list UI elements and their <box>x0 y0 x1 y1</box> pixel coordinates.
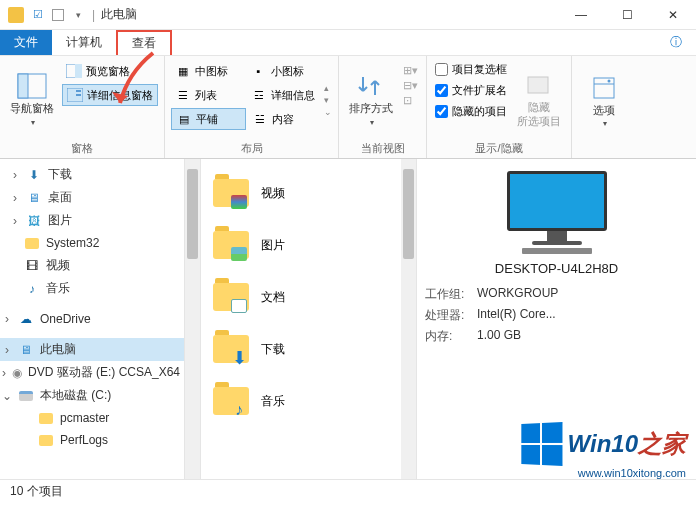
sidebar-scrollbar[interactable] <box>185 159 201 479</box>
pictures-icon: 🖼 <box>26 213 42 229</box>
hide-icon <box>523 71 555 99</box>
svg-rect-1 <box>18 74 28 98</box>
ribbon-group-show-hide: 项目复选框 文件扩展名 隐藏的项目 隐藏 所选项目 显示/隐藏 <box>427 56 572 158</box>
tiles-button[interactable]: ▤平铺 <box>171 108 246 130</box>
music-icon: ♪ <box>24 281 40 297</box>
picture-badge-icon <box>231 247 247 261</box>
list-item[interactable]: 图片 <box>205 219 397 271</box>
medium-icons-icon: ▦ <box>175 63 191 79</box>
folder-icon <box>39 435 53 446</box>
sidebar-item-videos[interactable]: 🎞视频 <box>0 254 184 277</box>
tiles-icon: ▤ <box>176 111 192 127</box>
layout-scroll-up[interactable]: ▴ <box>324 83 332 93</box>
chevron-down-icon: ▾ <box>31 118 35 127</box>
sidebar-item-music[interactable]: ♪音乐 <box>0 277 184 300</box>
sidebar-item-pictures[interactable]: ›🖼图片 <box>0 209 184 232</box>
disk-icon <box>19 391 33 401</box>
download-badge-icon: ⬇ <box>231 351 247 365</box>
windows-logo-icon <box>521 422 562 466</box>
sidebar-item-perflogs[interactable]: PerfLogs <box>0 429 184 451</box>
content-button[interactable]: ☱内容 <box>248 108 321 130</box>
pc-image <box>502 171 612 251</box>
sidebar-item-dvd[interactable]: ›◉DVD 驱动器 (E:) CCSA_X64 <box>0 361 184 384</box>
add-columns-button[interactable]: ⊟▾ <box>403 79 418 92</box>
video-icon: 🎞 <box>24 258 40 274</box>
tab-file[interactable]: 文件 <box>0 30 52 55</box>
small-icons-button[interactable]: ▪小图标 <box>247 60 321 82</box>
details-pane-button[interactable]: 详细信息窗格 <box>62 84 158 106</box>
maximize-button[interactable]: ☐ <box>604 0 650 30</box>
file-list[interactable]: 视频 图片 文档 ⬇ 下载 ♪ 音乐 <box>201 159 401 479</box>
close-button[interactable]: ✕ <box>650 0 696 30</box>
sidebar-item-system32[interactable]: System32 <box>0 232 184 254</box>
sidebar-item-onedrive[interactable]: ›☁OneDrive <box>0 308 184 330</box>
list-item[interactable]: 视频 <box>205 167 397 219</box>
item-checkboxes-toggle[interactable]: 项目复选框 <box>433 60 509 79</box>
small-icons-icon: ▪ <box>251 63 267 79</box>
list-item[interactable]: ♪ 音乐 <box>205 375 397 427</box>
folder-icon <box>39 413 53 424</box>
video-badge-icon <box>231 195 247 209</box>
watermark: Win10之家 www.win10xitong.com <box>520 423 686 479</box>
folder-icon <box>8 7 24 23</box>
size-columns-button[interactable]: ⊡ <box>403 94 418 107</box>
tab-view[interactable]: 查看 <box>116 30 172 55</box>
prop-row: 工作组:WORKGROUP <box>425 284 688 305</box>
details-icon: ☲ <box>251 87 267 103</box>
group-by-button[interactable]: ⊞▾ <box>403 64 418 77</box>
pc-name: DESKTOP-U4L2H8D <box>425 261 688 276</box>
title-separator: | <box>92 8 95 22</box>
medium-icons-button[interactable]: ▦中图标 <box>171 60 245 82</box>
onedrive-icon: ☁ <box>18 311 34 327</box>
qat-dropdown-icon[interactable]: ▾ <box>70 7 86 23</box>
chevron-down-icon: ▾ <box>370 118 374 127</box>
chevron-down-icon: ▾ <box>603 119 607 128</box>
svg-rect-8 <box>594 78 614 98</box>
svg-rect-3 <box>75 64 82 78</box>
options-button[interactable]: 选项 ▾ <box>578 60 630 142</box>
navigation-pane[interactable]: ›⬇下载 ›🖥桌面 ›🖼图片 System32 🎞视频 ♪音乐 ›☁OneDri… <box>0 159 185 479</box>
dvd-icon: ◉ <box>12 365 22 381</box>
sidebar-item-this-pc[interactable]: ›🖥此电脑 <box>0 338 184 361</box>
nav-pane-button[interactable]: 导航窗格 ▾ <box>6 60 58 139</box>
tab-computer[interactable]: 计算机 <box>52 30 116 55</box>
help-button[interactable]: ⓘ <box>656 30 696 55</box>
pc-icon: 🖥 <box>18 342 34 358</box>
window-controls: — ☐ ✕ <box>558 0 696 30</box>
ribbon-tabs: 文件 计算机 查看 ⓘ <box>0 30 696 56</box>
statusbar: 10 个项目 <box>0 479 696 503</box>
layout-scroll-down[interactable]: ▾ <box>324 95 332 105</box>
group-label-panes: 窗格 <box>6 139 158 156</box>
svg-point-10 <box>608 79 611 82</box>
svg-rect-7 <box>528 77 548 93</box>
sidebar-item-desktop[interactable]: ›🖥桌面 <box>0 186 184 209</box>
sidebar-item-local-disk[interactable]: ⌄本地磁盘 (C:) <box>0 384 184 407</box>
nav-pane-icon <box>16 72 48 100</box>
sidebar-item-downloads[interactable]: ›⬇下载 <box>0 163 184 186</box>
options-icon <box>588 74 620 102</box>
hidden-items-toggle[interactable]: 隐藏的项目 <box>433 102 509 121</box>
list-icon: ☰ <box>175 87 191 103</box>
file-extensions-toggle[interactable]: 文件扩展名 <box>433 81 509 100</box>
sidebar-item-pcmaster[interactable]: pcmaster <box>0 407 184 429</box>
hide-selected-button[interactable]: 隐藏 所选项目 <box>513 60 565 139</box>
group-label-show-hide: 显示/隐藏 <box>433 139 565 156</box>
layout-expand[interactable]: ⌄ <box>324 107 332 117</box>
list-item[interactable]: 文档 <box>205 271 397 323</box>
prop-row: 内存:1.00 GB <box>425 326 688 347</box>
sort-by-button[interactable]: 排序方式 ▾ <box>345 60 397 139</box>
music-badge-icon: ♪ <box>231 403 247 417</box>
watermark-url: www.win10xitong.com <box>520 467 686 479</box>
filelist-scrollbar[interactable] <box>401 159 417 479</box>
qat-icon <box>52 9 64 21</box>
minimize-button[interactable]: — <box>558 0 604 30</box>
preview-pane-button[interactable]: 预览窗格 <box>62 60 158 82</box>
ribbon-group-current-view: 排序方式 ▾ ⊞▾ ⊟▾ ⊡ 当前视图 <box>339 56 427 158</box>
ribbon-group-options: 选项 ▾ <box>572 56 636 158</box>
titlebar: ☑ ▾ | 此电脑 — ☐ ✕ <box>0 0 696 30</box>
list-item[interactable]: ⬇ 下载 <box>205 323 397 375</box>
svg-rect-6 <box>76 94 81 96</box>
list-button[interactable]: ☰列表 <box>171 84 245 106</box>
details-button[interactable]: ☲详细信息 <box>247 84 321 106</box>
preview-pane-icon <box>66 63 82 79</box>
